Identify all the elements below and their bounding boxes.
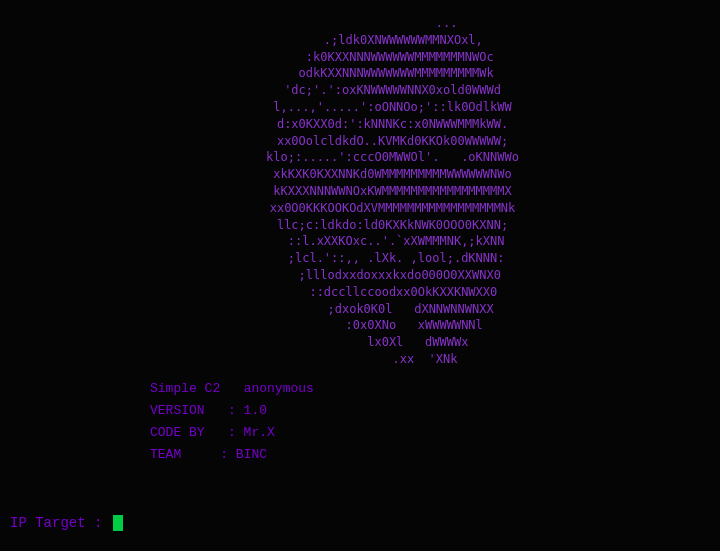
prompt-text: IP Target : [10,515,102,531]
version-label: VERSION [150,403,205,418]
codeby-label: CODE BY [150,425,205,440]
codeby-line: CODE BY : Mr.X [150,422,700,444]
team-value: : BINC [220,447,267,462]
codeby-value: : Mr.X [228,425,275,440]
team-label: TEAM [150,447,181,462]
ascii-art-display: ... .;ldk0XNWWWWWWMMNXOxl, :k0KXXNNNWWWW… [20,15,700,368]
info-block: Simple C2 anonymous VERSION : 1.0 CODE B… [20,378,700,466]
title-value: anonymous [244,381,314,396]
version-line: VERSION : 1.0 [150,400,700,422]
title-line: Simple C2 anonymous [150,378,700,400]
title-label: Simple C2 [150,381,220,396]
version-value: : 1.0 [228,403,267,418]
team-line: TEAM : BINC [150,444,700,466]
prompt-line[interactable]: IP Target : [10,515,123,531]
terminal: ... .;ldk0XNWWWWWWMMNXOxl, :k0KXXNNNWWWW… [0,0,720,551]
cursor [113,515,123,531]
